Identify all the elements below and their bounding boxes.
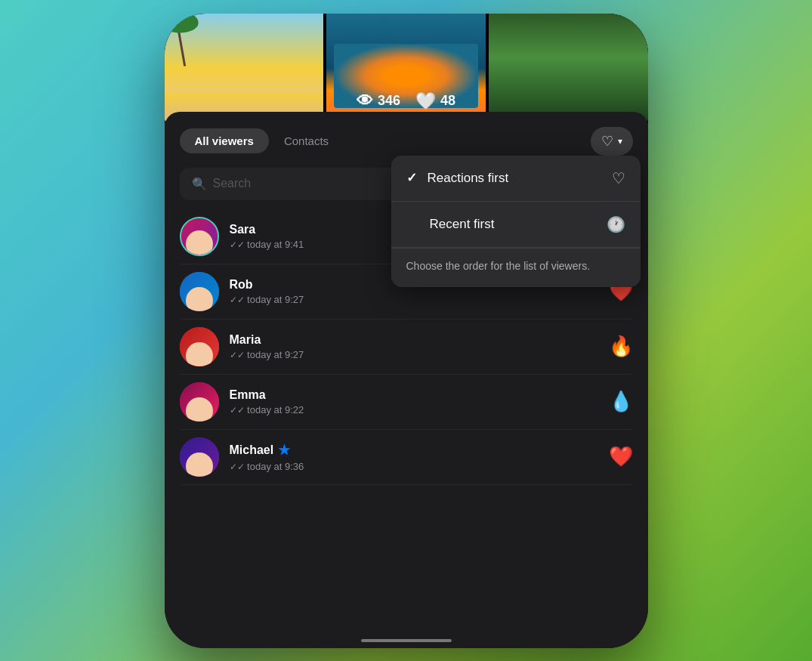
avatar-sara	[180, 217, 219, 256]
viewer-item-emma[interactable]: Emma ✓✓ today at 9:22 💧	[180, 375, 633, 430]
viewer-time-rob: ✓✓ today at 9:27	[230, 294, 598, 305]
avatar-michael	[180, 437, 219, 477]
image-thumb-tropical	[489, 14, 648, 123]
tab-contacts[interactable]: Contacts	[278, 128, 335, 153]
reaction-michael: ❤️	[609, 445, 633, 468]
reactions-first-label: Reactions first	[428, 171, 612, 186]
viewer-info-michael: Michael ★ ✓✓ today at 9:36	[230, 442, 598, 472]
viewer-info-maria: Maria ✓✓ today at 9:27	[230, 333, 598, 360]
view-count: 👁 346	[357, 91, 400, 111]
viewer-time-michael: ✓✓ today at 9:36	[230, 461, 598, 472]
avatar-rob	[180, 272, 219, 311]
search-placeholder: Search	[213, 177, 252, 190]
heart-icon: 🤍	[415, 91, 436, 111]
home-indicator	[361, 639, 452, 642]
reaction-maria: 🔥	[609, 335, 633, 358]
like-count: 🤍 48	[415, 91, 455, 111]
premium-star-icon: ★	[278, 442, 290, 459]
recent-first-label: Recent first	[430, 217, 607, 232]
viewer-time-maria: ✓✓ today at 9:27	[230, 349, 598, 360]
reaction-emma: 💧	[609, 390, 633, 413]
search-icon: 🔍	[192, 177, 207, 191]
viewer-name-michael: Michael ★	[230, 442, 598, 459]
phone-frame: 👁 346 🤍 48 All viewers Contacts ♡ ▾ 🔍	[165, 14, 648, 648]
stats-overlay: 👁 346 🤍 48	[357, 91, 455, 111]
reactions-first-icon: ♡	[612, 169, 625, 187]
dropdown-tooltip: Choose the order for the list of viewers…	[391, 248, 641, 288]
image-thumb-beach	[165, 14, 324, 123]
filter-button[interactable]: ♡ ▾	[591, 127, 633, 156]
viewer-info-emma: Emma ✓✓ today at 9:22	[230, 388, 598, 415]
viewer-item-michael[interactable]: Michael ★ ✓✓ today at 9:36 ❤️	[180, 430, 633, 485]
dropdown-recent-first[interactable]: Recent first 🕐	[391, 202, 641, 248]
top-images-section: 👁 346 🤍 48	[165, 14, 648, 123]
bottom-panel: All viewers Contacts ♡ ▾ 🔍 Search Reacti…	[165, 112, 648, 648]
image-thumb-ocean: 👁 346 🤍 48	[326, 14, 486, 123]
recent-first-icon: 🕐	[607, 215, 625, 233]
eye-icon: 👁	[357, 91, 373, 111]
viewer-name-emma: Emma	[230, 388, 598, 402]
viewer-time-emma: ✓✓ today at 9:22	[230, 404, 598, 415]
tab-all-viewers[interactable]: All viewers	[180, 128, 269, 153]
avatar-emma	[180, 382, 219, 422]
viewer-item-maria[interactable]: Maria ✓✓ today at 9:27 🔥	[180, 320, 633, 375]
dropdown-reactions-first[interactable]: Reactions first ♡	[391, 156, 641, 202]
viewer-name-maria: Maria	[230, 333, 598, 347]
dropdown-menu: Reactions first ♡ Recent first 🕐 Choose …	[391, 156, 641, 288]
filter-heart-icon: ♡	[601, 133, 613, 150]
chevron-down-icon: ▾	[618, 136, 622, 147]
avatar-maria	[180, 327, 219, 366]
